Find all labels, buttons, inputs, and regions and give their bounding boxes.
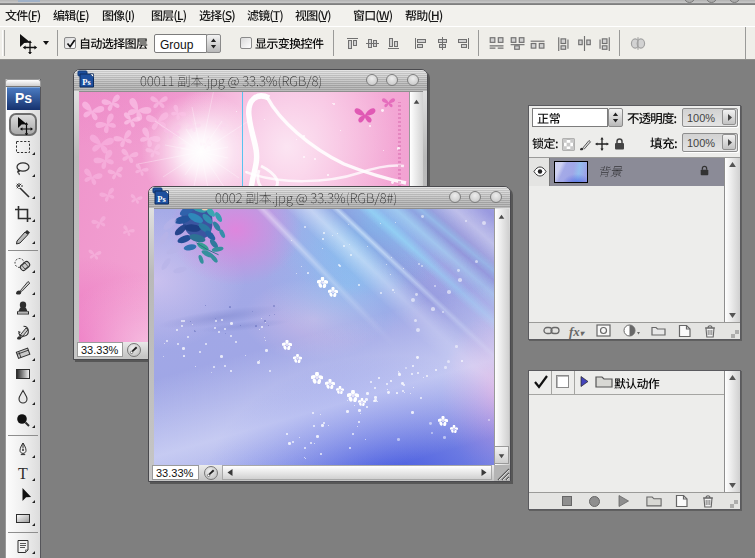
- svg-text:Ps: Ps: [157, 194, 166, 204]
- svg-text:T: T: [18, 464, 28, 481]
- svg-text:Ps: Ps: [82, 77, 91, 87]
